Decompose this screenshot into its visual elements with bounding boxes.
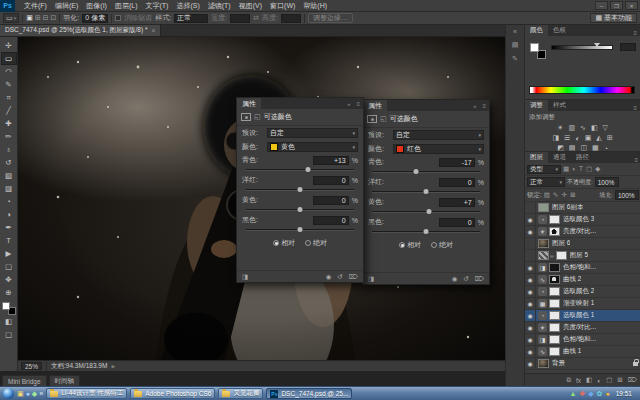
menu-文字(T)[interactable]: 文字(T) [141, 2, 172, 9]
filter-shape-layers-icon[interactable]: ▢ [586, 165, 592, 173]
channel-value-field[interactable]: -17 [439, 158, 475, 167]
minimize-button[interactable]: ─ [595, 1, 608, 10]
visibility-toggle[interactable] [525, 238, 536, 249]
width-input[interactable] [230, 14, 250, 23]
adj-black-white-icon[interactable]: ◐ [575, 135, 579, 142]
history-brush-tool[interactable]: ↺ [1, 156, 17, 169]
adjust-tab-调整[interactable]: 调整 [525, 100, 548, 111]
menu-选择(S)[interactable]: 选择(S) [172, 2, 203, 9]
adj-hue-saturation-icon[interactable]: ◨ [552, 134, 559, 142]
layer-row[interactable]: ◉☀亮度/对比... [525, 322, 640, 334]
close-button[interactable]: ✕ [625, 1, 638, 10]
quick-launch-browser[interactable]: ● [26, 388, 30, 399]
menu-视图(V)[interactable]: 视图(V) [235, 2, 266, 9]
foreground-color-chip[interactable] [2, 302, 10, 310]
slider-thumb[interactable] [414, 169, 419, 174]
taskbar-item[interactable]: PsDSC_7474.psd @ 25... [266, 388, 352, 399]
menu-图层(L)[interactable]: 图层(L) [111, 2, 142, 9]
taskbar-item[interactable]: 又见花瓣 [218, 388, 263, 399]
adjust-tab-样式[interactable]: 样式 [548, 100, 571, 111]
layer-row[interactable]: ◉◨色相/饱和... [525, 334, 640, 346]
quick-launch-folder[interactable]: ▣ [17, 388, 24, 399]
filter-pixel-layers-icon[interactable]: ▦ [563, 165, 569, 173]
layer-row[interactable]: ∞图层 5 [525, 250, 640, 262]
expand-panels-icon[interactable]: « [513, 28, 517, 35]
quick-mask-button[interactable]: ◧ [1, 315, 17, 328]
adj-threshold-icon[interactable]: ◫ [580, 144, 587, 152]
visibility-toggle[interactable]: ◉ [525, 358, 536, 369]
move-tool[interactable]: ✢ [1, 39, 17, 52]
layer-row[interactable]: ◉▦渐变映射 1 [525, 298, 640, 310]
menu-滤镜(T)[interactable]: 滤镜(T) [204, 2, 235, 9]
slider-thumb[interactable] [298, 207, 303, 212]
add-layer-mask-button[interactable]: ◧ [586, 376, 592, 384]
lock-pixels-icon[interactable]: ✎ [553, 191, 558, 199]
feather-input[interactable]: 0 像素 [82, 14, 108, 23]
layer-row[interactable]: 图层 6副本 [525, 202, 640, 214]
layers-tab-路径[interactable]: 路径 [571, 152, 594, 163]
preset-select[interactable]: 自定▾ [267, 128, 358, 138]
lock-all-icon[interactable]: ⊠ [570, 191, 575, 199]
quick-launch-expand[interactable]: » [39, 388, 43, 399]
preset-select[interactable]: 自定▾ [393, 130, 484, 140]
layers-tab-图层[interactable]: 图层 [525, 152, 548, 163]
layers-tab-通道[interactable]: 通道 [548, 152, 571, 163]
channel-value-field[interactable]: 0 [313, 196, 349, 205]
slider-thumb[interactable] [298, 187, 303, 192]
channel-slider[interactable] [372, 231, 480, 233]
style-select[interactable]: 正常 [174, 14, 208, 23]
new-selection-mode[interactable]: ▣ [26, 14, 35, 21]
channel-slider[interactable] [372, 211, 480, 213]
slider-thumb[interactable] [424, 189, 429, 194]
layer-row[interactable]: ◉☀亮度/对比... [525, 226, 640, 238]
tray-icon-4[interactable]: ✿ [597, 390, 603, 398]
adjust-menu-icon[interactable]: ≡ [630, 105, 640, 111]
pen-tool[interactable]: ✒ [1, 221, 17, 234]
crop-tool[interactable]: ⌗ [1, 91, 17, 104]
bottom-tab-时间轴[interactable]: 时间轴 [49, 375, 81, 386]
relative-radio[interactable]: 相对 [273, 238, 295, 248]
tab-close-icon[interactable]: × [151, 27, 155, 34]
layer-row[interactable]: 图层 6 [525, 238, 640, 250]
adj-color-lookup-icon[interactable]: ⊞ [607, 134, 613, 142]
channel-value-field[interactable]: 0 [313, 216, 349, 225]
taskbar-clock[interactable]: 19:51 [613, 390, 635, 397]
menu-窗口(W)[interactable]: 窗口(W) [266, 2, 299, 9]
screen-mode-button[interactable]: ▢ [1, 328, 17, 341]
layer-row[interactable]: ◉◔选取颜色 3 [525, 214, 640, 226]
layer-row[interactable]: ◉◨色相/饱和... [525, 262, 640, 274]
lock-position-icon[interactable]: ✛ [561, 191, 566, 199]
shape-tool[interactable]: ▢ [1, 260, 17, 273]
collapse-icon[interactable]: « [470, 103, 479, 109]
properties-tab[interactable]: 属性 [237, 98, 261, 109]
toggle-visibility-icon[interactable]: ◉ [326, 273, 332, 281]
visibility-toggle[interactable] [525, 250, 536, 261]
layer-row[interactable]: ◉◔选取颜色 1 [525, 310, 640, 322]
quick-launch-app[interactable]: ◆ [32, 388, 37, 399]
adj-vibrance-icon[interactable]: ▽ [603, 124, 608, 132]
taskbar-item[interactable]: LI-44设计室 性感特工 [46, 388, 127, 399]
layer-filter-select[interactable]: 类型▾ [527, 165, 561, 174]
color-menu-icon[interactable]: ≡ [630, 30, 640, 36]
gradient-tool[interactable]: ▨ [1, 182, 17, 195]
new-adjustment-layer-button[interactable]: ◐ [597, 377, 601, 384]
delete-layer-button[interactable]: ⌦ [628, 376, 637, 384]
panel-color-chips[interactable] [530, 43, 546, 59]
channel-slider[interactable] [246, 229, 354, 231]
add-selection-mode[interactable]: ⊞ [35, 14, 43, 21]
blend-mode-select[interactable]: 正常▾ [527, 177, 565, 187]
fill-field[interactable]: 100% [615, 190, 639, 200]
collapsed-panel-icon-1[interactable]: ▤ [512, 41, 519, 49]
color-spectrum-ramp[interactable] [529, 86, 635, 94]
channel-value-field[interactable]: +13 [313, 156, 349, 165]
mask-thumbnail-icon[interactable] [367, 115, 377, 123]
channel-slider[interactable] [246, 169, 354, 171]
taskbar-item[interactable]: Adobe Photoshop CS6 [130, 388, 215, 399]
refine-edge-button[interactable]: 调整边缘… [308, 13, 353, 23]
visibility-toggle[interactable]: ◉ [525, 262, 536, 273]
color-slider[interactable] [551, 45, 613, 50]
menu-图像(I)[interactable]: 图像(I) [82, 2, 111, 9]
slider-thumb[interactable] [305, 167, 310, 172]
layer-row[interactable]: ◉∿曲线 2 [525, 274, 640, 286]
filter-smart-objects-icon[interactable]: ◆ [595, 165, 600, 173]
